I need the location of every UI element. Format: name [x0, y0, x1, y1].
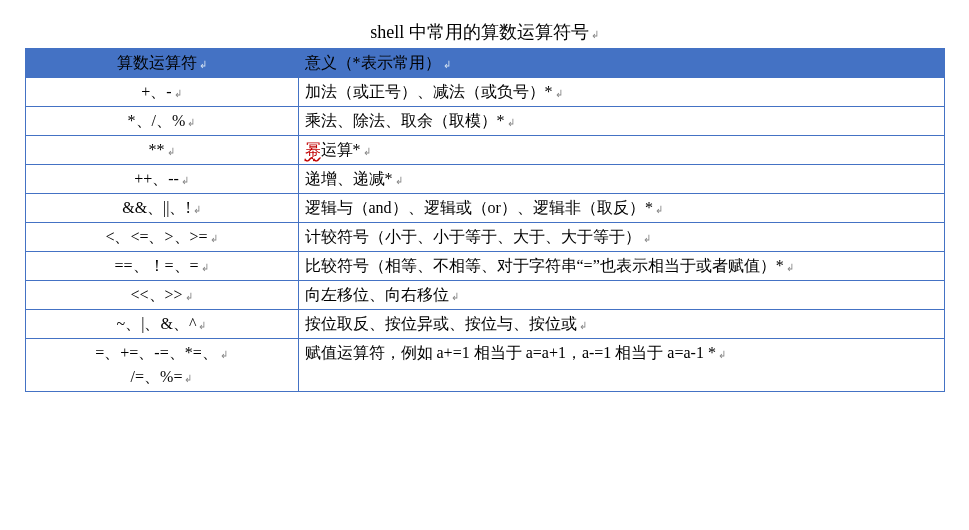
para-mark-icon: ↲: [786, 262, 794, 273]
para-mark-icon: ↲: [181, 175, 189, 186]
cell-op: <、<=、>、>=↲: [25, 223, 298, 252]
desc-text: 向左移位、向右移位: [305, 286, 449, 303]
op-text: **: [149, 141, 165, 158]
cell-desc: 比较符号（相等、不相等、对于字符串“=”也表示相当于或者赋值）*↲: [298, 252, 944, 281]
desc-text: 乘法、除法、取余（取模）*: [305, 112, 505, 129]
desc-text: 赋值运算符，例如 a+=1 相当于 a=a+1，a-=1 相当于 a=a-1 *: [305, 344, 716, 361]
para-mark-icon: ↲: [174, 88, 182, 99]
para-mark-icon: ↲: [185, 291, 193, 302]
cell-desc: 按位取反、按位异或、按位与、按位或↲: [298, 310, 944, 339]
para-mark-icon: ↲: [655, 204, 663, 215]
cell-desc: 逻辑与（and）、逻辑或（or）、逻辑非（取反）*↲: [298, 194, 944, 223]
para-mark-icon: ↲: [210, 233, 218, 244]
page-title: shell 中常用的算数运算符号↲: [20, 20, 949, 44]
op-text: <<、>>: [130, 286, 182, 303]
op-text: *、/、%: [128, 112, 186, 129]
table-row: **↲ 幂运算*↲: [25, 136, 944, 165]
title-text: shell 中常用的算数运算符号: [370, 22, 589, 42]
op-text-line1: =、+=、-=、*=、: [95, 344, 217, 361]
desc-text: 计较符号（小于、小于等于、大于、大于等于）: [305, 228, 641, 245]
header-operator-text: 算数运算符: [117, 54, 197, 71]
cell-op: ~、|、&、^↲: [25, 310, 298, 339]
para-mark-icon: ↲: [198, 320, 206, 331]
cell-op: =、+=、-=、*=、↲ /=、%=↲: [25, 339, 298, 392]
cell-desc: 乘法、除法、取余（取模）*↲: [298, 107, 944, 136]
cell-op: *、/、%↲: [25, 107, 298, 136]
para-mark-icon: ↲: [555, 88, 563, 99]
table-row: <<、>>↲ 向左移位、向右移位↲: [25, 281, 944, 310]
table-row: <、<=、>、>=↲ 计较符号（小于、小于等于、大于、大于等于）↲: [25, 223, 944, 252]
para-mark-icon: ↲: [184, 373, 192, 384]
cell-op: +、-↲: [25, 78, 298, 107]
table-row: ++、--↲ 递增、递减*↲: [25, 165, 944, 194]
op-text: <、<=、>、>=: [105, 228, 207, 245]
op-text-line2: /=、%=: [131, 368, 183, 385]
header-meaning: 意义（*表示常用）↲: [298, 49, 944, 78]
para-mark-icon: ↲: [201, 262, 209, 273]
cell-op: ==、！=、=↲: [25, 252, 298, 281]
para-mark-icon: ↲: [507, 117, 515, 128]
desc-text: 按位取反、按位异或、按位与、按位或: [305, 315, 577, 332]
op-text: ==、！=、=: [114, 257, 198, 274]
table-row: *、/、%↲ 乘法、除法、取余（取模）*↲: [25, 107, 944, 136]
table-row: ==、！=、=↲ 比较符号（相等、不相等、对于字符串“=”也表示相当于或者赋值）…: [25, 252, 944, 281]
op-text: +、-: [141, 83, 171, 100]
header-operator: 算数运算符↲: [25, 49, 298, 78]
desc-text: 加法（或正号）、减法（或负号）*: [305, 83, 553, 100]
para-mark-icon: ↲: [193, 204, 201, 215]
op-text: ~、|、&、^: [117, 315, 197, 332]
cell-op: &&、||、!↲: [25, 194, 298, 223]
desc-prefix: 幂: [305, 141, 321, 158]
cell-op: **↲: [25, 136, 298, 165]
cell-op: ++、--↲: [25, 165, 298, 194]
para-mark-icon: ↲: [220, 349, 228, 360]
desc-text: 比较符号（相等、不相等、对于字符串“=”也表示相当于或者赋值）*: [305, 257, 784, 274]
para-mark-icon: ↲: [451, 291, 459, 302]
desc-suffix: 运算*: [321, 141, 361, 158]
header-meaning-text: 意义（*表示常用）: [305, 54, 441, 71]
cell-desc: 向左移位、向右移位↲: [298, 281, 944, 310]
para-mark-icon: ↲: [579, 320, 587, 331]
op-text: &&、||、!: [122, 199, 191, 216]
table-header-row: 算数运算符↲ 意义（*表示常用）↲: [25, 49, 944, 78]
cell-desc: 计较符号（小于、小于等于、大于、大于等于）↲: [298, 223, 944, 252]
desc-text: 逻辑与（and）、逻辑或（or）、逻辑非（取反）*: [305, 199, 653, 216]
desc-text: 递增、递减*: [305, 170, 393, 187]
para-mark-icon: ↲: [591, 29, 599, 40]
cell-desc: 加法（或正号）、减法（或负号）*↲: [298, 78, 944, 107]
para-mark-icon: ↲: [643, 233, 651, 244]
cell-op: <<、>>↲: [25, 281, 298, 310]
cell-desc: 幂运算*↲: [298, 136, 944, 165]
table-row: ~、|、&、^↲ 按位取反、按位异或、按位与、按位或↲: [25, 310, 944, 339]
operators-table: 算数运算符↲ 意义（*表示常用）↲ +、-↲ 加法（或正号）、减法（或负号）*↲…: [25, 48, 945, 392]
op-text: ++、--: [134, 170, 179, 187]
table-row: =、+=、-=、*=、↲ /=、%=↲ 赋值运算符，例如 a+=1 相当于 a=…: [25, 339, 944, 392]
para-mark-icon: ↲: [167, 146, 175, 157]
table-row: &&、||、!↲ 逻辑与（and）、逻辑或（or）、逻辑非（取反）*↲: [25, 194, 944, 223]
table-row: +、-↲ 加法（或正号）、减法（或负号）*↲: [25, 78, 944, 107]
para-mark-icon: ↲: [443, 59, 451, 70]
para-mark-icon: ↲: [395, 175, 403, 186]
para-mark-icon: ↲: [363, 146, 371, 157]
cell-desc: 递增、递减*↲: [298, 165, 944, 194]
para-mark-icon: ↲: [718, 349, 726, 360]
para-mark-icon: ↲: [199, 59, 207, 70]
cell-desc: 赋值运算符，例如 a+=1 相当于 a=a+1，a-=1 相当于 a=a-1 *…: [298, 339, 944, 392]
para-mark-icon: ↲: [187, 117, 195, 128]
